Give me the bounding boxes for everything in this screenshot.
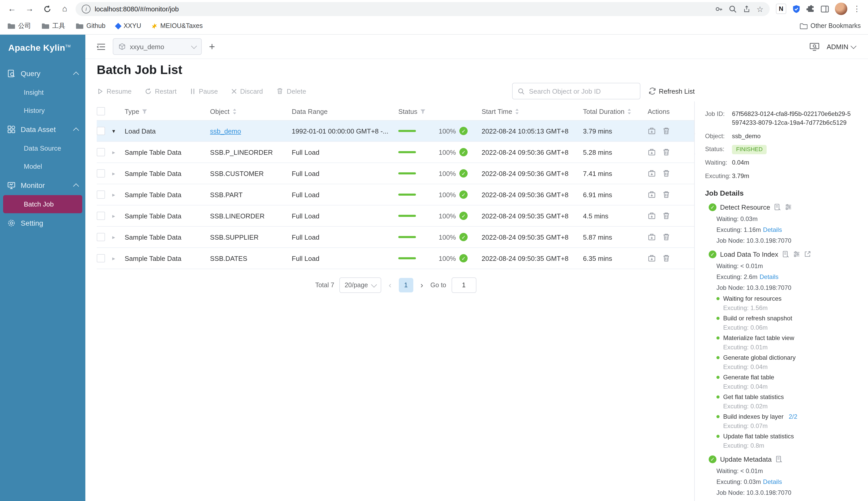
step-log-icon[interactable] bbox=[775, 456, 782, 463]
sidebar-item-data-source[interactable]: Data Source bbox=[0, 139, 85, 157]
delete-button[interactable]: Delete bbox=[276, 87, 306, 95]
resume-button[interactable]: Resume bbox=[97, 87, 132, 95]
diagnostic-package-icon[interactable] bbox=[648, 169, 656, 178]
step-log-icon[interactable] bbox=[774, 204, 781, 211]
bookmark-xxyu[interactable]: XXYU bbox=[116, 22, 141, 30]
sort-icon[interactable] bbox=[627, 108, 632, 115]
next-page-button[interactable]: › bbox=[418, 280, 425, 290]
user-menu[interactable]: ADMIN bbox=[827, 43, 856, 51]
sidebar-item-insight[interactable]: Insight bbox=[0, 83, 85, 102]
page-size-select[interactable]: 20/page bbox=[339, 277, 381, 293]
sidebar-group-monitor[interactable]: Monitor bbox=[0, 175, 85, 195]
diagnostic-package-icon[interactable] bbox=[648, 212, 656, 220]
object-link[interactable]: ssb_demo bbox=[210, 127, 241, 135]
filter-icon[interactable] bbox=[420, 108, 426, 114]
table-row[interactable]: ▸ Sample Table Data SSB.P_LINEORDER Full… bbox=[97, 142, 695, 163]
details-link[interactable]: Details bbox=[760, 273, 779, 280]
select-all-checkbox[interactable] bbox=[97, 107, 105, 115]
table-row[interactable]: ▸ Sample Table Data SSB.SUPPLIER Full Lo… bbox=[97, 227, 695, 248]
sidebar-item-model[interactable]: Model bbox=[0, 157, 85, 175]
bookmark-star-icon[interactable]: ☆ bbox=[757, 5, 763, 13]
bookmark-meiou-taxes[interactable]: MEIOU&Taxes bbox=[152, 22, 203, 30]
diagnostic-package-icon[interactable] bbox=[648, 233, 656, 241]
bookmark-folder-company[interactable]: 公司 bbox=[7, 21, 31, 30]
diagnostic-package-icon[interactable] bbox=[648, 254, 656, 263]
password-key-icon[interactable] bbox=[715, 5, 723, 13]
sort-icon[interactable] bbox=[232, 108, 237, 115]
goto-page-input[interactable] bbox=[451, 277, 476, 293]
project-selector[interactable]: xxyu_demo bbox=[113, 38, 202, 55]
delete-row-icon[interactable] bbox=[662, 148, 670, 156]
row-checkbox[interactable] bbox=[97, 191, 105, 199]
filter-icon[interactable] bbox=[142, 108, 148, 114]
step-parameters-icon[interactable] bbox=[785, 204, 792, 211]
layer-count-link[interactable]: 2/2 bbox=[789, 413, 797, 420]
delete-row-icon[interactable] bbox=[662, 191, 670, 199]
delete-row-icon[interactable] bbox=[662, 254, 670, 263]
row-checkbox[interactable] bbox=[97, 148, 105, 156]
sidebar-item-history[interactable]: History bbox=[0, 102, 85, 119]
expand-caret-icon[interactable]: ▸ bbox=[112, 170, 115, 177]
delete-row-icon[interactable] bbox=[662, 212, 670, 220]
reload-button[interactable] bbox=[40, 2, 54, 15]
search-box[interactable] bbox=[512, 83, 640, 99]
back-button[interactable]: ← bbox=[5, 2, 19, 15]
sidebar-group-query[interactable]: Query bbox=[0, 64, 85, 83]
notion-extension-icon[interactable]: N bbox=[776, 4, 786, 14]
share-icon[interactable] bbox=[742, 5, 750, 13]
row-checkbox[interactable] bbox=[97, 212, 105, 220]
column-total-duration[interactable]: Total Duration bbox=[583, 107, 632, 115]
row-checkbox[interactable] bbox=[97, 233, 105, 241]
other-bookmarks[interactable]: Other Bookmarks bbox=[800, 22, 861, 30]
expand-caret-icon[interactable]: ▸ bbox=[112, 149, 115, 156]
table-row[interactable]: ▸ Sample Table Data SSB.CUSTOMER Full Lo… bbox=[97, 163, 695, 184]
discard-button[interactable]: Discard bbox=[231, 87, 263, 95]
details-link[interactable]: Details bbox=[763, 478, 782, 486]
column-object[interactable]: Object bbox=[210, 107, 237, 115]
step-log-icon[interactable] bbox=[782, 251, 789, 258]
collapse-caret-icon[interactable]: ▾ bbox=[112, 128, 115, 134]
page-number-1[interactable]: 1 bbox=[399, 278, 413, 292]
sidebar-group-data-asset[interactable]: Data Asset bbox=[0, 119, 85, 139]
side-panel-icon[interactable] bbox=[821, 4, 829, 13]
delete-row-icon[interactable] bbox=[662, 233, 670, 241]
table-row[interactable]: ▸ Sample Table Data SSB.LINEORDER Full L… bbox=[97, 205, 695, 227]
diagnostic-package-icon[interactable] bbox=[648, 191, 656, 199]
extensions-puzzle-icon[interactable] bbox=[806, 5, 815, 13]
panel-collapse-button[interactable]: › bbox=[694, 134, 695, 154]
prev-page-button[interactable]: ‹ bbox=[387, 280, 394, 290]
shield-extension-icon[interactable] bbox=[792, 4, 801, 13]
sort-icon[interactable] bbox=[515, 108, 520, 115]
home-button[interactable]: ⌂ bbox=[58, 2, 72, 15]
column-status[interactable]: Status bbox=[398, 107, 426, 115]
browser-menu-icon[interactable]: ⋮ bbox=[853, 4, 861, 13]
column-type[interactable]: Type bbox=[125, 107, 148, 115]
profile-avatar[interactable] bbox=[835, 3, 847, 15]
bookmark-folder-github[interactable]: Github bbox=[76, 22, 106, 30]
row-checkbox[interactable] bbox=[97, 169, 105, 178]
step-parameters-icon[interactable] bbox=[793, 251, 800, 258]
pause-button[interactable]: Pause bbox=[190, 87, 218, 95]
sidebar-item-batch-job[interactable]: Batch Job bbox=[3, 195, 82, 213]
expand-caret-icon[interactable]: ▸ bbox=[112, 191, 115, 198]
forward-button[interactable]: → bbox=[23, 2, 36, 15]
step-open-icon[interactable] bbox=[804, 251, 811, 258]
restart-button[interactable]: Restart bbox=[145, 87, 177, 95]
diagnostic-icon[interactable] bbox=[810, 42, 820, 51]
delete-row-icon[interactable] bbox=[662, 127, 670, 135]
expand-caret-icon[interactable]: ▸ bbox=[112, 234, 115, 241]
delete-row-icon[interactable] bbox=[662, 169, 670, 178]
site-info-icon[interactable]: i bbox=[82, 4, 90, 13]
table-row[interactable]: ▾ Load Data ssb_demo 1992-01-01 00:00:00… bbox=[97, 120, 695, 142]
address-bar[interactable]: i localhost:8080/#/monitor/job ☆ bbox=[76, 2, 770, 16]
refresh-list-button[interactable]: Refresh List bbox=[648, 87, 695, 95]
diagnostic-package-icon[interactable] bbox=[648, 148, 656, 156]
zoom-icon[interactable] bbox=[729, 5, 736, 13]
add-project-button[interactable]: + bbox=[209, 41, 215, 52]
menu-fold-icon[interactable] bbox=[97, 43, 106, 51]
expand-caret-icon[interactable]: ▸ bbox=[112, 212, 115, 219]
sidebar-group-setting[interactable]: Setting bbox=[0, 213, 85, 233]
table-row[interactable]: ▸ Sample Table Data SSB.PART Full Load 1… bbox=[97, 184, 695, 205]
expand-caret-icon[interactable]: ▸ bbox=[112, 255, 115, 262]
table-row[interactable]: ▸ Sample Table Data SSB.DATES Full Load … bbox=[97, 248, 695, 269]
